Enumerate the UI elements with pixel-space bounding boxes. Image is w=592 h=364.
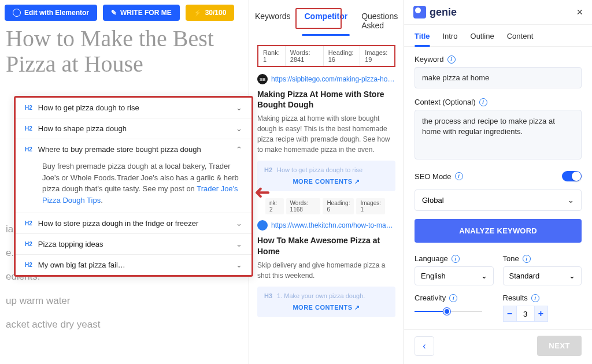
write-for-me-button[interactable]: ✎ WRITE FOR ME (103, 5, 180, 21)
tab-competitor[interactable]: Competitor (302, 9, 350, 35)
accordion-item[interactable]: H2 My own big fat pizza fail… ⌄ (16, 255, 251, 275)
competitor-card: nk: 2 Words: 1168 Heading: 6 Images: 1 h… (257, 198, 395, 317)
accordion-item[interactable]: H2 How to store pizza dough in the fridg… (16, 213, 251, 234)
favicon (257, 220, 268, 231)
more-contents-link[interactable]: MORE CONTENTS ↗ (293, 178, 360, 185)
next-button[interactable]: NEXT (537, 336, 582, 356)
chevron-down-icon: ⌄ (236, 261, 242, 269)
language-label: Languagei (415, 254, 494, 263)
info-icon[interactable]: i (531, 294, 539, 302)
tab-questions[interactable]: Questions Asked (359, 9, 400, 35)
chevron-down-icon: ⌄ (236, 219, 242, 228)
pen-icon: ✎ (111, 9, 117, 17)
accordion-item[interactable]: H2 How to shape pizza dough ⌄ (16, 118, 251, 139)
credits-button[interactable]: 30/100 (186, 5, 235, 21)
language-select[interactable]: English⌄ (415, 266, 494, 285)
back-button[interactable]: ‹ (415, 336, 434, 356)
tab-content[interactable]: Content (507, 32, 534, 46)
tone-label: Tonei (503, 254, 582, 263)
accordion-item-expanded[interactable]: H2 Where to buy premade store bought piz… (16, 139, 251, 159)
chevron-down-icon: ⌄ (481, 272, 487, 280)
competitor-desc: Skip delivery and give homemade pizza a … (257, 260, 395, 281)
region-select[interactable]: Global⌄ (415, 190, 582, 211)
chevron-up-icon: ⌃ (236, 145, 242, 154)
tab-intro[interactable]: Intro (443, 32, 458, 46)
info-icon[interactable]: i (523, 255, 531, 263)
genie-icon (413, 6, 426, 18)
competitor-card: SB https://sipbitego.com/making-pizza-ho… (257, 74, 395, 191)
chevron-down-icon: ⌄ (236, 240, 242, 248)
tab-outline[interactable]: Outline (471, 32, 494, 46)
info-icon[interactable]: i (447, 55, 456, 64)
results-label: Resultsi (503, 294, 582, 302)
close-icon[interactable]: × (576, 6, 583, 18)
results-value: 3 (517, 306, 534, 322)
genie-panel: genie × Title Intro Outline Content Keyw… (404, 0, 592, 364)
annotation-arrow: ➜ (254, 180, 271, 203)
increment-button[interactable]: + (534, 306, 548, 322)
heading-tag: H2 (25, 105, 32, 111)
edit-elementor-label: Edit with Elementor (24, 9, 89, 17)
headings-overlay: H2 How to get pizza dough to rise ⌄ H2 H… (14, 96, 253, 277)
creativity-label: Creativityi (415, 294, 494, 302)
competitor-panel: Keywords Competitor Questions Asked Rank… (249, 0, 404, 364)
competitor-url[interactable]: https://sipbitego.com/making-pizza-hom… (271, 75, 395, 83)
info-icon[interactable]: i (449, 294, 457, 302)
keyword-input[interactable] (415, 67, 582, 88)
info-icon[interactable]: i (455, 172, 463, 180)
chevron-down-icon: ⌄ (236, 103, 242, 112)
analyze-keyword-button[interactable]: ANALYZE KEYWORD (415, 219, 582, 243)
credits-label: 30/100 (205, 9, 227, 17)
competitor-desc: Making pizza at home with store bought d… (257, 113, 395, 155)
competitor-title: Making Pizza At Home with Store Bought D… (257, 89, 395, 110)
tone-select[interactable]: Standard⌄ (503, 266, 582, 285)
heading-text: How to get pizza dough to rise (38, 103, 230, 112)
more-contents-link[interactable]: MORE CONTENTS ↗ (293, 304, 360, 311)
accordion-item[interactable]: H2 Pizza topping ideas ⌄ (16, 234, 251, 255)
seo-mode-label: SEO Modei (415, 172, 463, 181)
favicon: SB (257, 74, 268, 84)
post-title: How to Make the Best Pizza at House (6, 26, 243, 77)
competitor-title: How To Make Awesome Pizza at Home (257, 235, 395, 256)
edit-elementor-button[interactable]: Edit with Elementor (5, 5, 97, 21)
info-icon[interactable]: i (479, 98, 487, 106)
accordion-item[interactable]: H2 How to get pizza dough to rise ⌄ (16, 98, 251, 118)
bolt-icon (194, 9, 202, 17)
creativity-slider[interactable] (415, 307, 494, 316)
elementor-icon (13, 9, 21, 17)
accordion-body: Buy fresh premade pizza dough at a local… (16, 159, 251, 213)
info-icon[interactable]: i (452, 255, 460, 263)
tab-title[interactable]: Title (415, 32, 430, 46)
tab-keywords[interactable]: Keywords (253, 9, 293, 35)
context-input[interactable]: the process and recipe to make pizza at … (415, 110, 582, 159)
competitor-url[interactable]: https://www.thekitchn.com/how-to-make-r… (271, 221, 395, 229)
decrement-button[interactable]: − (503, 306, 517, 322)
chevron-down-icon: ⌄ (569, 272, 575, 280)
competitor-stats: Rank: 1 Words: 2841 Heading: 16 Images: … (257, 45, 395, 67)
results-stepper[interactable]: − 3 + (503, 306, 582, 322)
write-for-me-label: WRITE FOR ME (120, 9, 172, 17)
chevron-down-icon: ⌄ (568, 196, 574, 205)
keyword-label: Keywordi (415, 55, 582, 64)
seo-mode-toggle[interactable] (562, 171, 582, 181)
genie-logo: genie (413, 6, 457, 18)
competitor-stats: nk: 2 Words: 1168 Heading: 6 Images: 1 (265, 198, 387, 214)
chevron-down-icon: ⌄ (236, 124, 242, 133)
context-label: Context (Optional)i (415, 98, 582, 106)
